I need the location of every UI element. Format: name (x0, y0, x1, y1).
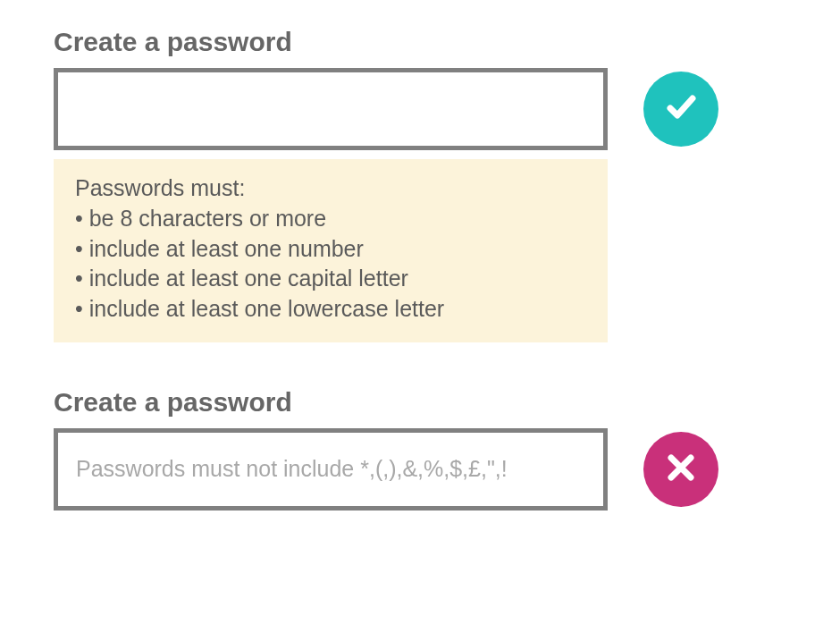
field-label-bad: Create a password (54, 387, 786, 418)
good-badge (643, 72, 718, 147)
input-row-good (54, 68, 786, 150)
hint-item: include at least one capital letter (75, 264, 586, 294)
bad-example: Create a password (54, 387, 786, 511)
password-input-good[interactable] (54, 68, 608, 150)
field-label-good: Create a password (54, 27, 786, 57)
check-icon (659, 86, 702, 132)
hint-intro: Passwords must: (75, 173, 586, 204)
hint-box: Passwords must: be 8 characters or more … (54, 159, 608, 342)
input-row-bad (54, 428, 786, 511)
good-example: Create a password Passwords must: be 8 c… (54, 27, 786, 342)
hint-item: include at least one lowercase letter (75, 294, 586, 325)
cross-icon (659, 446, 702, 493)
password-input-bad[interactable] (54, 428, 608, 511)
bad-badge (643, 432, 718, 507)
hint-item: include at least one number (75, 234, 586, 265)
hint-item: be 8 characters or more (75, 204, 586, 234)
